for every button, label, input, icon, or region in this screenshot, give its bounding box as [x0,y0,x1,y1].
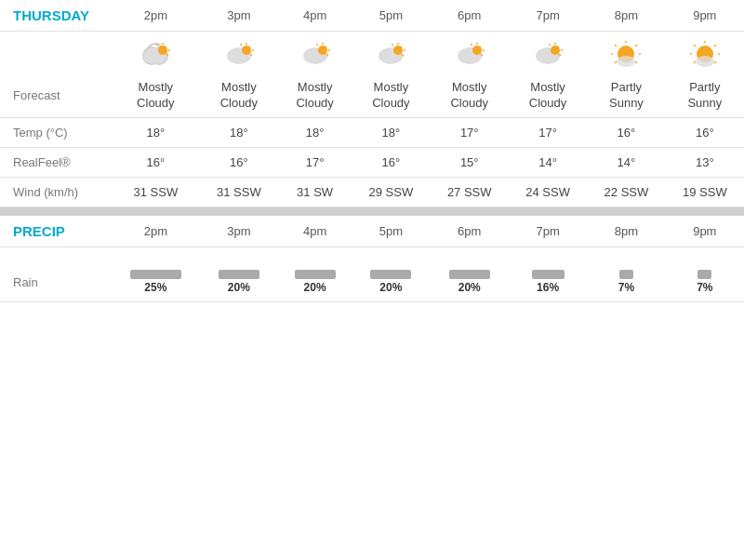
rain-bar-7pm [532,270,565,279]
precip-time-7pm: 7pm [509,216,587,247]
rain-bar-3pm [219,270,259,279]
temp-label: Temp (°C) [0,117,112,147]
rain-bar-container-9pm: 7% [671,270,738,294]
icon-6pm [431,32,509,75]
rain-bar-container-3pm: 20% [206,270,272,294]
precip-time-8pm: 8pm [587,216,665,247]
rain-6pm: 20% [431,262,509,302]
temp-2pm: 18° [112,117,200,147]
svg-line-56 [714,45,716,47]
forecast-5pm: MostlyCloudy [352,74,430,117]
svg-point-40 [551,46,560,55]
forecast-6pm: MostlyCloudy [431,74,509,117]
temp-6pm: 17° [431,117,509,147]
time-5pm-header: 5pm [352,0,430,32]
forecast-4pm: MostlyCloudy [278,74,352,117]
rain-5pm: 20% [352,262,430,302]
thursday-label: THURSDAY [0,0,112,32]
realfeel-4pm: 17° [278,147,352,177]
svg-point-5 [158,46,167,55]
temp-5pm: 18° [352,117,430,147]
realfeel-8pm: 14° [587,147,665,177]
temp-4pm: 18° [278,117,352,147]
time-3pm-header: 3pm [200,0,278,32]
wind-4pm: 31 SW [278,177,352,207]
icon-9pm [666,32,744,75]
rain-pct-7pm: 16% [537,281,559,294]
svg-point-33 [472,46,482,55]
rain-bar-container-4pm: 20% [284,270,346,294]
icon-label-empty [0,32,112,75]
forecast-2pm: MostlyCloudy [112,74,200,117]
icon-2pm [112,32,200,75]
svg-point-53 [617,56,635,67]
svg-point-12 [242,46,251,55]
forecast-9pm: PartlySunny [666,74,744,117]
svg-point-19 [318,46,327,55]
precip-time-2pm: 2pm [112,216,200,247]
svg-line-59 [694,61,696,63]
forecast-8pm: PartlySunny [587,74,665,117]
realfeel-6pm: 15° [431,147,509,177]
rain-2pm: 25% [112,262,200,302]
rain-label: Rain [0,262,112,302]
time-2pm-header: 2pm [112,0,200,32]
precip-spacer [0,247,744,263]
time-7pm-header: 7pm [509,0,587,32]
rain-bar-container-8pm: 7% [592,270,659,294]
wind-7pm: 24 SSW [509,177,587,207]
rain-bar-8pm [619,270,633,279]
rain-8pm: 7% [587,262,665,302]
divider-cell [0,207,744,216]
rain-bar-container-2pm: 25% [117,270,194,294]
rain-bar-2pm [130,270,181,279]
temp-7pm: 17° [509,117,587,147]
temp-8pm: 16° [587,117,665,147]
icon-3pm [200,32,278,75]
rain-bar-container-7pm: 16% [514,270,581,294]
forecast-3pm: MostlyCloudy [200,74,278,117]
rain-row: Rain 25% 20% 20% 20% [0,262,744,302]
forecast-7pm: MostlyCloudy [509,74,587,117]
rain-9pm: 7% [666,262,744,302]
rain-7pm: 16% [509,262,587,302]
wind-row: Wind (km/h) 31 SSW 31 SSW 31 SW 29 SSW 2… [0,177,744,207]
wind-3pm: 31 SSW [200,177,278,207]
wind-6pm: 27 SSW [431,177,509,207]
temp-3pm: 18° [200,117,278,147]
rain-pct-6pm: 20% [458,281,481,294]
rain-pct-8pm: 7% [618,281,634,294]
precip-header-row: PRECIP 2pm 3pm 4pm 5pm 6pm 7pm 8pm 9pm [0,216,744,247]
svg-point-26 [393,46,403,55]
icon-4pm [278,32,352,75]
icons-row [0,32,744,75]
temp-row: Temp (°C) 18° 18° 18° 18° 17° 17° 16° 16… [0,117,744,147]
realfeel-label: RealFeel® [0,147,112,177]
realfeel-9pm: 13° [666,147,744,177]
rain-pct-9pm: 7% [697,281,712,294]
forecast-row: Forecast MostlyCloudy MostlyCloudy Mostl… [0,74,744,117]
svg-point-62 [696,56,714,67]
precip-time-4pm: 4pm [278,216,352,247]
time-6pm-header: 6pm [431,0,509,32]
icon-8pm [587,32,665,75]
section-divider [0,207,744,216]
realfeel-row: RealFeel® 16° 16° 17° 16° 15° 14° 14° 13… [0,147,744,177]
icon-7pm [509,32,587,75]
forecast-label: Forecast [0,74,112,117]
wind-2pm: 31 SSW [112,177,200,207]
wind-8pm: 22 SSW [587,177,665,207]
wind-9pm: 19 SSW [666,177,744,207]
temp-9pm: 16° [666,117,744,147]
rain-4pm: 20% [278,262,352,302]
rain-bar-4pm [295,270,336,279]
wind-label: Wind (km/h) [0,177,112,207]
precip-time-3pm: 3pm [200,216,278,247]
wind-5pm: 29 SSW [352,177,430,207]
precip-time-5pm: 5pm [352,216,430,247]
svg-line-52 [615,45,617,47]
rain-bar-container-5pm: 20% [357,270,424,294]
realfeel-3pm: 16° [200,147,278,177]
realfeel-7pm: 14° [509,147,587,177]
rain-pct-3pm: 20% [228,281,250,294]
